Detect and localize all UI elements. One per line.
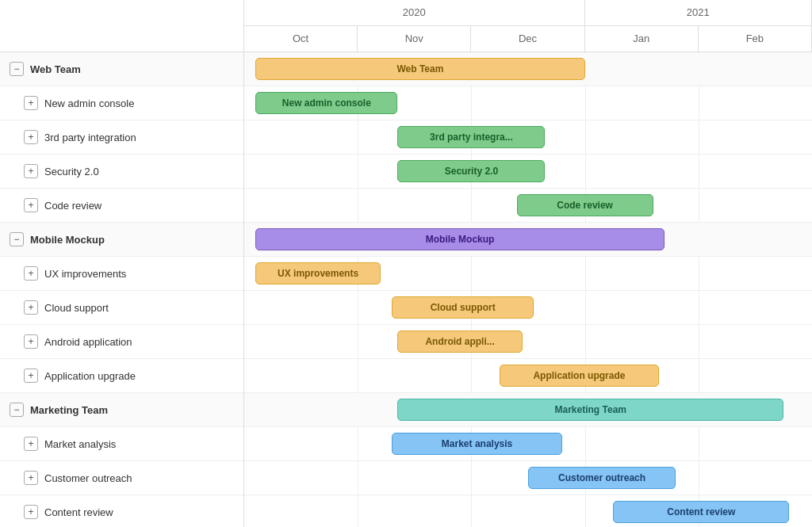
task-row-android-application[interactable]: +Android application — [0, 325, 243, 359]
chart-row-security-2: Security 2.0 — [244, 155, 812, 189]
task-list-header — [0, 0, 243, 52]
task-list: −Web Team+New admin console+3rd party in… — [0, 0, 244, 527]
gantt-bar-code-review[interactable]: Code review — [517, 194, 653, 216]
task-label-web-team: Web Team — [30, 63, 81, 75]
task-label-customer-outreach: Customer outreach — [44, 472, 132, 484]
task-label-3rd-party-integration: 3rd party integration — [44, 132, 136, 143]
task-row-web-team[interactable]: −Web Team — [0, 52, 243, 86]
gantt-bar-customer-outreach[interactable]: Customer outreach — [528, 467, 676, 489]
gantt-bar-new-admin-console[interactable]: New admin console — [255, 92, 397, 114]
task-label-new-admin-console: New admin console — [44, 97, 134, 109]
task-row-mobile-mockup[interactable]: −Mobile Mockup — [0, 223, 243, 257]
task-row-market-analysis[interactable]: +Market analysis — [0, 427, 243, 461]
month-cell-oct: Oct — [244, 26, 358, 52]
task-label-security-2: Security 2.0 — [44, 166, 99, 178]
task-row-3rd-party-integration[interactable]: +3rd party integration — [0, 120, 243, 155]
chart-row-web-team: Web Team — [244, 52, 812, 86]
task-label-code-review: Code review — [44, 200, 102, 212]
task-row-ux-improvements[interactable]: +UX improvements — [0, 257, 243, 291]
expand-icon[interactable]: + — [24, 164, 38, 178]
chart-row-mobile-mockup: Mobile Mockup — [244, 223, 812, 257]
expand-icon[interactable]: + — [24, 300, 38, 315]
month-cell-feb: Feb — [699, 26, 812, 52]
task-row-cloud-support[interactable]: +Cloud support — [0, 291, 243, 325]
expand-icon[interactable]: + — [24, 505, 38, 519]
chart-row-android-application: Android appli... — [244, 325, 812, 359]
chart-row-new-admin-console: New admin console — [244, 86, 812, 120]
chart-row-marketing-team: Marketing Team — [244, 393, 812, 427]
chart-row-code-review: Code review — [244, 189, 812, 223]
task-label-content-review: Content review — [44, 506, 113, 518]
task-label-marketing-team: Marketing Team — [30, 404, 108, 416]
chart-row-customer-outreach: Customer outreach — [244, 461, 812, 495]
task-label-mobile-mockup: Mobile Mockup — [30, 234, 105, 246]
chart-row-ux-improvements: UX improvements — [244, 257, 812, 291]
gantt-bar-content-review[interactable]: Content review — [613, 501, 789, 523]
chart-row-application-upgrade: Application upgrade — [244, 359, 812, 393]
expand-icon[interactable]: + — [24, 334, 38, 349]
gantt-bar-android-appli...[interactable]: Android appli... — [397, 330, 523, 353]
expand-icon[interactable]: + — [24, 130, 38, 144]
gantt-bar-cloud-support[interactable]: Cloud support — [392, 296, 534, 319]
gantt-bar-web-team[interactable]: Web Team — [255, 58, 584, 80]
gantt-bar-ux-improvements[interactable]: UX improvements — [255, 262, 381, 285]
task-row-application-upgrade[interactable]: +Application upgrade — [0, 359, 243, 393]
task-label-application-upgrade: Application upgrade — [44, 370, 136, 382]
chart-row-cloud-support: Cloud support — [244, 291, 812, 325]
collapse-icon[interactable]: − — [10, 232, 24, 246]
task-row-new-admin-console[interactable]: +New admin console — [0, 86, 243, 120]
chart-row-market-analysis: Market analysis — [244, 427, 812, 461]
collapse-icon[interactable]: − — [10, 62, 24, 76]
expand-icon[interactable]: + — [24, 96, 38, 110]
task-row-code-review[interactable]: +Code review — [0, 189, 243, 223]
expand-icon[interactable]: + — [24, 198, 38, 212]
year-cell-2020: 2020 — [244, 0, 585, 25]
month-cell-nov: Nov — [358, 26, 471, 52]
gantt-bar-3rd-party-integra...[interactable]: 3rd party integra... — [397, 126, 545, 148]
gantt-bar-marketing-team[interactable]: Marketing Team — [397, 399, 783, 421]
chart-row-content-review: Content review — [244, 495, 812, 527]
task-label-market-analysis: Market analysis — [44, 438, 116, 450]
task-label-ux-improvements: UX improvements — [44, 268, 126, 280]
task-row-marketing-team[interactable]: −Marketing Team — [0, 393, 243, 427]
task-row-content-review[interactable]: +Content review — [0, 495, 243, 527]
expand-icon[interactable]: + — [24, 266, 38, 281]
task-label-android-application: Android application — [44, 336, 132, 348]
task-row-security-2[interactable]: +Security 2.0 — [0, 155, 243, 189]
year-row: 20202021 — [244, 0, 812, 26]
gantt-chart: −Web Team+New admin console+3rd party in… — [0, 0, 812, 527]
task-label-cloud-support: Cloud support — [44, 302, 109, 314]
expand-icon[interactable]: + — [24, 471, 38, 485]
gantt-bar-mobile-mockup[interactable]: Mobile Mockup — [255, 228, 665, 250]
task-rows-container: −Web Team+New admin console+3rd party in… — [0, 52, 243, 527]
task-row-customer-outreach[interactable]: +Customer outreach — [0, 461, 243, 495]
month-row: OctNovDecJanFeb — [244, 26, 812, 52]
expand-icon[interactable]: + — [24, 369, 38, 383]
gantt-bar-application-upgrade[interactable]: Application upgrade — [500, 365, 658, 387]
chart-area: 20202021 OctNovDecJanFeb Web TeamNew adm… — [244, 0, 812, 527]
collapse-icon[interactable]: − — [10, 403, 24, 417]
chart-body: Web TeamNew admin console3rd party integ… — [244, 52, 812, 527]
chart-row-3rd-party-integration: 3rd party integra... — [244, 120, 812, 155]
expand-icon[interactable]: + — [24, 437, 38, 451]
gantt-bar-security-2.0[interactable]: Security 2.0 — [397, 160, 545, 182]
gantt-bar-market-analysis[interactable]: Market analysis — [392, 433, 562, 455]
chart-header: 20202021 OctNovDecJanFeb — [244, 0, 812, 52]
year-cell-2021: 2021 — [585, 0, 812, 25]
month-cell-jan: Jan — [585, 26, 699, 52]
month-cell-dec: Dec — [471, 26, 584, 52]
